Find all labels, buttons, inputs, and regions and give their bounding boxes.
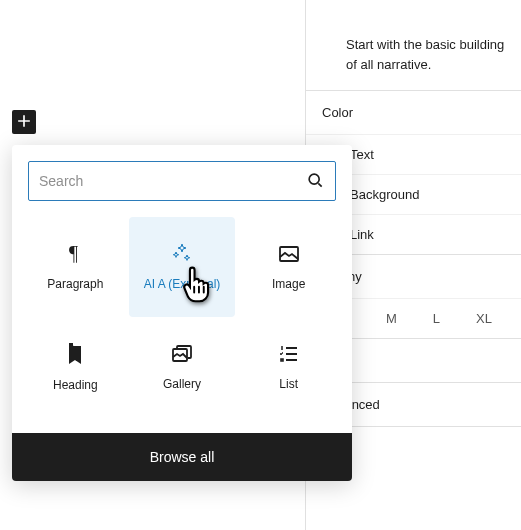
- search-box[interactable]: [28, 161, 336, 201]
- block-description: Start with the basic building of all nar…: [306, 0, 521, 91]
- browse-all-button[interactable]: Browse all: [12, 433, 352, 481]
- block-label: Paragraph: [47, 277, 103, 293]
- block-item-image[interactable]: Image: [235, 217, 342, 317]
- sparkles-icon: [170, 242, 194, 269]
- block-item-heading[interactable]: Heading: [22, 317, 129, 417]
- block-label: AI A (Exper al): [144, 277, 221, 293]
- search-icon: [305, 170, 325, 193]
- block-item-paragraph[interactable]: ¶ Paragraph: [22, 217, 129, 317]
- list-icon: [277, 342, 301, 369]
- block-inserter-popover: ¶ Paragraph AI A (Exper al) Image: [12, 145, 352, 481]
- block-label: Image: [272, 277, 305, 293]
- block-label: List: [279, 377, 298, 393]
- size-xl[interactable]: XL: [476, 311, 492, 326]
- paragraph-icon: ¶: [63, 242, 87, 269]
- block-label: Gallery: [163, 377, 201, 393]
- block-grid: ¶ Paragraph AI A (Exper al) Image: [12, 217, 352, 433]
- search-wrap: [12, 145, 352, 217]
- size-m[interactable]: M: [386, 311, 397, 326]
- block-item-gallery[interactable]: Gallery: [129, 317, 236, 417]
- bookmark-icon: [63, 343, 87, 370]
- size-l[interactable]: L: [433, 311, 440, 326]
- svg-point-0: [309, 174, 319, 184]
- block-label: Heading: [53, 378, 98, 394]
- plus-icon: [14, 111, 34, 134]
- color-heading[interactable]: Color: [306, 91, 521, 134]
- svg-text:¶: ¶: [69, 242, 78, 264]
- block-item-list[interactable]: List: [235, 317, 342, 417]
- image-icon: [277, 242, 301, 269]
- add-block-button[interactable]: [12, 110, 36, 134]
- search-input[interactable]: [39, 173, 305, 189]
- gallery-icon: [170, 342, 194, 369]
- block-item-ai-assistant[interactable]: AI A (Exper al): [129, 217, 236, 317]
